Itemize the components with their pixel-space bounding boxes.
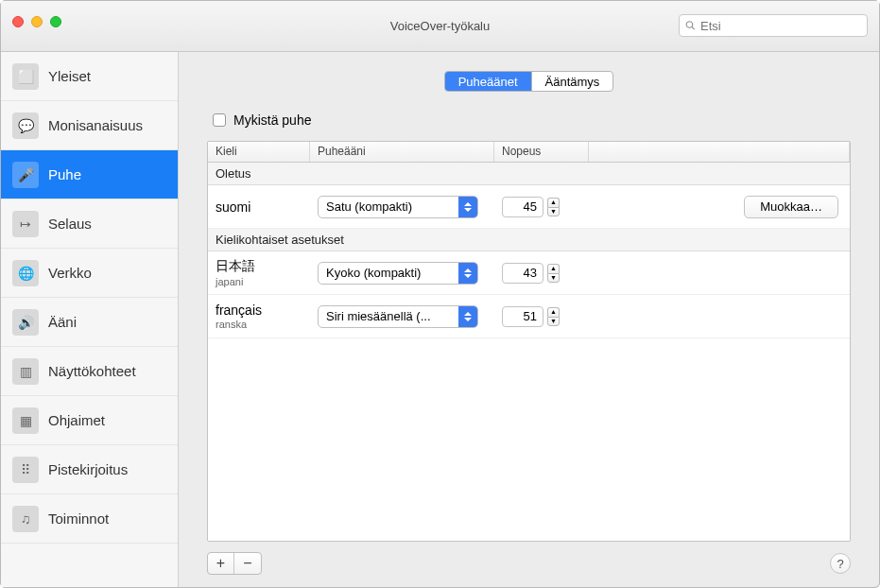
table-row[interactable]: 日本語 japani Kyoko (kompakti) ▲▼ [208,251,850,295]
sidebar-item-label: Monisanaisuus [48,117,143,133]
search-input[interactable] [700,19,861,33]
verbosity-icon: 💬 [12,112,39,139]
rate-stepper[interactable]: ▲▼ [547,307,560,326]
voice-popup[interactable]: Kyoko (kompakti) [318,262,478,285]
sidebar-item-label: Puhe [48,166,81,182]
tab-voices[interactable]: Puheäänet [445,72,532,91]
sidebar-item-label: Yleiset [48,68,91,84]
sidebar: ⬜ Yleiset 💬 Monisanaisuus 🎤 Puhe ↦ Selau… [1,52,179,587]
add-button[interactable]: + [208,553,234,574]
navigation-icon: ↦ [12,211,39,237]
voices-table: Kieli Puheääni Nopeus Oletus suomi Satu … [207,141,851,542]
window-body: ⬜ Yleiset 💬 Monisanaisuus 🎤 Puhe ↦ Selau… [1,52,879,587]
braille-icon: ⠿ [12,457,39,483]
grid-icon: ▦ [12,407,39,434]
voice-popup[interactable]: Siri miesäänellä (... [318,305,478,328]
rate-cell: ▲▼ [502,197,596,217]
tab-pronunciation[interactable]: Ääntämys [532,72,613,91]
sidebar-item-label: Toiminnot [48,510,109,527]
main-panel: Puheäänet Ääntämys Mykistä puhe Kieli Pu… [179,52,879,587]
remove-button[interactable]: − [234,553,261,574]
voice-cell: Satu (kompakti) [318,196,502,218]
tab-segmented-control: Puheäänet Ääntämys [444,71,614,92]
language-native: français [216,303,318,318]
table-empty-area [208,338,850,541]
mute-speech-label: Mykistä puhe [233,112,311,128]
activities-icon: ♫ [12,506,39,532]
help-button[interactable]: ? [830,553,851,574]
chevron-updown-icon [458,306,477,327]
rate-input[interactable] [502,306,544,327]
language-cell: suomi [216,199,318,215]
column-language[interactable]: Kieli [208,142,310,162]
zoom-button[interactable] [50,16,61,27]
rate-cell: ▲▼ [502,306,596,327]
sidebar-item-commanders[interactable]: ▦ Ohjaimet [1,396,178,445]
chevron-updown-icon [458,263,477,284]
voice-cell: Siri miesäänellä (... [318,305,502,328]
column-rate[interactable]: Nopeus [494,142,589,162]
column-actions [589,142,850,162]
search-icon [685,20,696,31]
language-sub: japani [216,276,318,287]
sidebar-item-verbosity[interactable]: 💬 Monisanaisuus [1,101,178,150]
rate-cell: ▲▼ [502,263,596,284]
close-button[interactable] [12,16,24,27]
table-row[interactable]: français ranska Siri miesäänellä (... ▲▼ [208,295,850,338]
add-remove-control: + − [207,552,262,575]
rate-input[interactable] [502,263,544,284]
chevron-updown-icon [458,197,477,217]
table-footer: + − ? [207,551,851,576]
voice-value: Satu (kompakti) [326,199,458,214]
section-default: Oletus [208,163,850,185]
sidebar-item-label: Ohjaimet [48,412,105,428]
column-voice[interactable]: Puheääni [310,142,494,162]
sidebar-item-web[interactable]: 🌐 Verkko [1,249,178,298]
language-name: suomi [216,199,318,215]
voice-value: Kyoko (kompakti) [326,266,458,280]
rate-stepper[interactable]: ▲▼ [547,198,560,216]
sidebar-item-speech[interactable]: 🎤 Puhe [1,150,178,199]
sidebar-item-sound[interactable]: 🔊 Ääni [1,298,178,347]
window-controls [12,16,61,27]
language-cell: 日本語 japani [216,258,318,287]
sidebar-item-label: Pistekirjoitus [48,461,128,477]
modify-button[interactable]: Muokkaa… [744,196,838,218]
table-row[interactable]: suomi Satu (kompakti) ▲▼ Muokkaa… [208,185,850,229]
section-per-language: Kielikohtaiset asetukset [208,229,850,251]
speaker-icon: 🔊 [12,309,39,336]
language-cell: français ranska [216,303,318,330]
table-header: Kieli Puheääni Nopeus [208,142,850,163]
globe-icon: 🌐 [12,260,39,286]
voiceover-utility-window: VoiceOver-työkalu ⬜ Yleiset 💬 Monisanais… [0,0,880,588]
microphone-icon: 🎤 [12,162,39,188]
voice-value: Siri miesäänellä (... [326,309,458,323]
sidebar-item-activities[interactable]: ♫ Toiminnot [1,494,178,544]
voice-popup[interactable]: Satu (kompakti) [318,196,478,218]
minimize-button[interactable] [31,16,43,27]
titlebar: VoiceOver-työkalu [1,1,879,52]
mute-speech-checkbox[interactable] [213,113,226,127]
display-icon: ▥ [12,358,39,385]
sidebar-item-label: Näyttökohteet [48,363,136,379]
voice-cell: Kyoko (kompakti) [318,262,502,285]
rate-input[interactable] [502,197,544,217]
sidebar-item-label: Selaus [48,216,92,232]
sidebar-item-label: Verkko [48,265,92,281]
sidebar-item-visuals[interactable]: ▥ Näyttökohteet [1,347,178,396]
search-field[interactable] [679,14,868,37]
sidebar-item-navigation[interactable]: ↦ Selaus [1,199,178,249]
rate-stepper[interactable]: ▲▼ [547,264,560,283]
sidebar-item-braille[interactable]: ⠿ Pistekirjoitus [1,445,178,494]
sidebar-item-general[interactable]: ⬜ Yleiset [1,52,178,101]
sidebar-item-label: Ääni [48,314,77,330]
mute-speech-row: Mykistä puhe [213,112,851,128]
general-icon: ⬜ [12,63,39,90]
language-native: 日本語 [216,258,318,275]
language-sub: ranska [216,319,318,330]
